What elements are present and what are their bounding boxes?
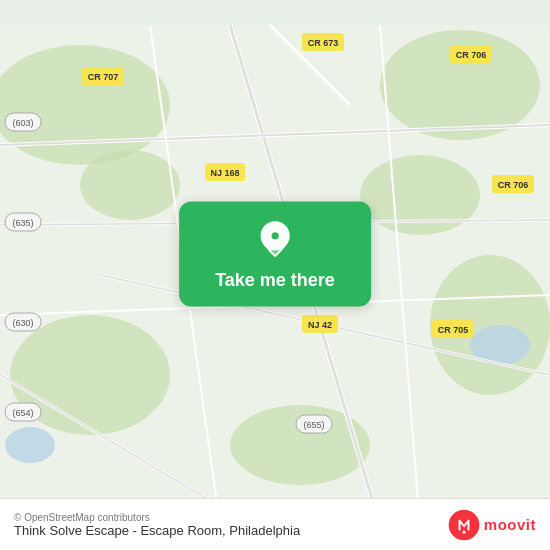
moovit-text: moovit — [484, 516, 536, 533]
svg-point-9 — [5, 427, 55, 463]
svg-point-50 — [271, 232, 278, 239]
svg-text:NJ 42: NJ 42 — [308, 320, 332, 330]
map-container: CR 673 CR 707 CR 706 CR 706 (603) (635) … — [0, 0, 550, 550]
place-name: Think Solve Escape - Escape Room, Philad… — [14, 523, 300, 538]
svg-text:(630): (630) — [12, 318, 33, 328]
copyright-text: © OpenStreetMap contributors — [14, 512, 300, 523]
bottom-bar-info: © OpenStreetMap contributors Think Solve… — [14, 512, 300, 538]
svg-text:(655): (655) — [303, 420, 324, 430]
svg-text:(654): (654) — [12, 408, 33, 418]
svg-text:CR 706: CR 706 — [498, 180, 529, 190]
svg-text:(635): (635) — [12, 218, 33, 228]
svg-text:CR 706: CR 706 — [456, 50, 487, 60]
bottom-bar: © OpenStreetMap contributors Think Solve… — [0, 498, 550, 550]
location-pin-icon — [255, 220, 295, 260]
svg-point-6 — [80, 150, 180, 220]
svg-text:CR 705: CR 705 — [438, 325, 469, 335]
svg-text:CR 673: CR 673 — [308, 38, 339, 48]
svg-point-52 — [462, 530, 465, 533]
svg-text:NJ 168: NJ 168 — [210, 168, 239, 178]
take-me-there-button[interactable]: Take me there — [215, 270, 335, 291]
moovit-logo-icon — [448, 509, 480, 541]
svg-text:CR 707: CR 707 — [88, 72, 119, 82]
moovit-logo: moovit — [448, 509, 536, 541]
action-card[interactable]: Take me there — [179, 202, 371, 307]
svg-text:(603): (603) — [12, 118, 33, 128]
